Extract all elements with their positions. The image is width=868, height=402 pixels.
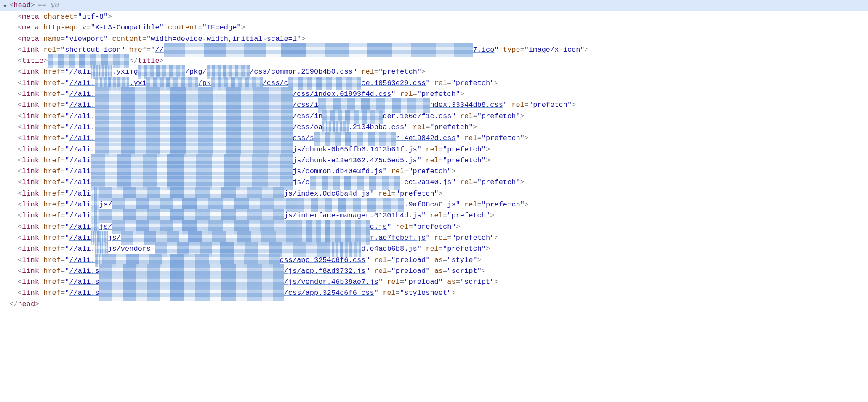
link-tag-3[interactable]: <link href="//ali.xxxxxxxxxxxxxxxxxxxxxx… xyxy=(18,100,868,111)
link-tag-14[interactable]: <link href="//alitxjs/xxxxxxxxxxxxxxxxxx… xyxy=(18,222,868,233)
link-tag-4[interactable]: <link href="//ali.xxxxxxxxxxxxxxxxxxxxxx… xyxy=(18,111,868,122)
meta-tag-1[interactable]: <meta http-equiv="X-UA-Compatible" conte… xyxy=(18,22,868,33)
link-tag-12[interactable]: <link href="//alitxjs/xxxxxxxxxxxxxxxxxx… xyxy=(18,199,868,210)
link-tag-9[interactable]: <link href="//alixxxxxxxxxxxxxxxxxxxxxxx… xyxy=(18,166,868,177)
favicon-link[interactable]: <link rel="shortcut icon" href="//xxxxxx… xyxy=(18,45,868,56)
link-tag-6[interactable]: <link href="//ali.xxxxxxxxxxxxxxxxxxxxxx… xyxy=(18,133,868,144)
selected-head-row[interactable]: <head> == $0 xyxy=(0,0,868,11)
title-tag[interactable]: <title>xxxxxxxxxxxxxxxxxxx</title> xyxy=(18,56,868,66)
link-tag-8[interactable]: <link href="//alixxxxxxxxxxxxxxxxxxxxxxx… xyxy=(18,155,868,166)
link-tag-7[interactable]: <link href="//ali.xxxxxxxxxxxxxxxxxxxxxx… xyxy=(18,144,868,155)
head-close-tag: </head> xyxy=(0,299,868,310)
link-tag-1[interactable]: <link href="//ali.xxxxxxxx.yxixxxxxxxxxx… xyxy=(18,78,868,89)
link-tag-13[interactable]: <link href="//alitxxxxxxxxxxxxxxxxxxxxxx… xyxy=(18,210,868,221)
expand-arrow-icon[interactable] xyxy=(3,5,7,8)
selection-indicator: == $0 xyxy=(37,0,59,11)
head-children: <meta charset="utf-8"><meta http-equiv="… xyxy=(0,11,868,299)
link-tag-17[interactable]: <link href="//ali.xxxxxxxxxxxxxxxxxxxxxx… xyxy=(18,255,868,266)
head-tag: head xyxy=(13,0,31,11)
link-tag-15[interactable]: <link href="//alixtatjs/xxxxxxxxxxxxxxxx… xyxy=(18,233,868,243)
link-tag-2[interactable]: <link href="//ali.xxxxxxxxxxxxxxxxxxxxxx… xyxy=(18,89,868,100)
link-tag-5[interactable]: <link href="//ali.xxxxxxxxxxxxxxxxxxxxxx… xyxy=(18,122,868,133)
link-tag-11[interactable]: <link href="//alitxxxxxxxxxxxxxxxxxxxxxx… xyxy=(18,188,868,199)
meta-tag-2[interactable]: <meta name="viewport" content="width=dev… xyxy=(18,34,868,45)
link-tag-16[interactable]: <link href="//ali.xtxjs/vendors-xxxxxxxx… xyxy=(18,243,868,254)
link-tag-18[interactable]: <link href="//ali.sxxxxxxxxxxxxxxxxxxxxx… xyxy=(18,266,868,277)
link-tag-19[interactable]: <link href="//ali.sxxxxxxxxxxxxxxxxxxxxx… xyxy=(18,277,868,288)
link-tag-0[interactable]: <link href="//alixxxxx.yximgxxxxxxxxxxx/… xyxy=(18,66,868,77)
elements-panel: <head> == $0 <meta charset="utf-8"><meta… xyxy=(0,0,868,310)
link-tag-10[interactable]: <link href="//alixxxxxxxxxxxxxxxxxxxxxxx… xyxy=(18,177,868,188)
link-tag-20[interactable]: <link href="//ali.sxxxxxxxxxxxxxxxxxxxxx… xyxy=(18,288,868,299)
meta-tag-0[interactable]: <meta charset="utf-8"> xyxy=(18,11,868,22)
